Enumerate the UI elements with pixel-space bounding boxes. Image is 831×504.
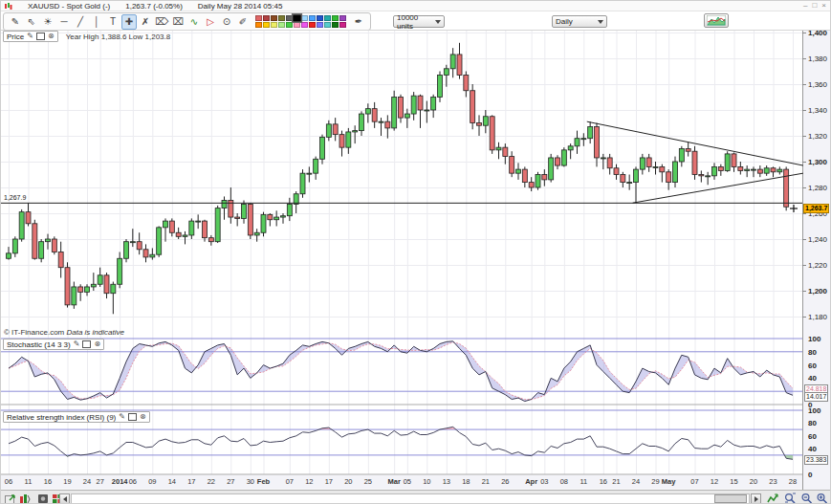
chart-canvas[interactable]	[1, 1, 831, 504]
y-axis-label: 1,340	[808, 106, 827, 115]
x-axis-label: 07	[686, 477, 705, 486]
rsi-panel-header: Relative strength index (RSI) (9) ✎ ⊗	[3, 411, 150, 423]
x-axis-label: 13	[437, 477, 456, 486]
x-axis-label: 19	[58, 477, 77, 486]
y-axis-label: 1,300	[808, 158, 827, 166]
rsi-axis-label: 60	[808, 432, 817, 441]
stochastic-label: Stochastic (14 3 3)	[7, 340, 71, 349]
x-axis-label: 08	[555, 477, 574, 486]
x-axis-label: 14	[163, 477, 182, 486]
y-axis-label: 1,360	[808, 80, 827, 89]
x-axis-label: 11	[574, 477, 593, 486]
copyright-text: © IT-Finance.com	[4, 328, 66, 337]
x-axis-label: 22	[202, 477, 221, 486]
x-axis-label: 27	[221, 477, 240, 486]
stochastic-k-badge: 14.017	[804, 392, 828, 402]
x-axis-label: 12	[299, 477, 318, 486]
rsi-label: Relative strength index (RSI) (9)	[7, 413, 116, 422]
x-axis-label: 17	[182, 477, 201, 486]
rsi-axis-label: 40	[808, 445, 817, 453]
price-panel-label: Price	[7, 33, 24, 41]
x-axis-label: 28	[783, 477, 802, 486]
price-panel-title-box: Price ✎ ⊗	[3, 31, 58, 42]
x-axis-label: 23	[764, 477, 783, 486]
x-axis-label: 06	[0, 477, 18, 486]
price-line-label: 1,267.9	[4, 194, 26, 201]
price-panel-header: Price ✎ ⊗ Year High 1,388.6 Low 1,203.8	[3, 31, 170, 42]
close-panel-icon[interactable]: ⊗	[48, 33, 55, 40]
y-axis-label: 1,180	[808, 313, 827, 321]
edit-icon[interactable]: ✎	[119, 413, 125, 421]
rsi-axis-label: 100	[808, 406, 820, 415]
x-axis-label: 11	[19, 477, 38, 486]
rsi-axis-label: 80	[808, 419, 817, 427]
x-axis-label: 06	[123, 477, 142, 486]
y-axis-label: 1,240	[808, 235, 827, 244]
edit-icon[interactable]: ✎	[74, 340, 80, 348]
close-panel-icon[interactable]: ⊗	[94, 340, 100, 348]
y-axis-label: 1,320	[808, 132, 827, 141]
y-axis-label: 1,220	[808, 261, 827, 270]
x-axis-label: 27	[91, 477, 110, 486]
x-axis-label: 21	[607, 477, 626, 486]
x-axis-label: 17	[319, 477, 339, 486]
rsi-badge: 23.383	[804, 455, 828, 465]
x-axis-label: 05	[398, 477, 417, 486]
last-price-badge: 1,263.7	[803, 204, 829, 213]
x-axis-label: 07	[280, 477, 299, 486]
x-axis-label: 20	[339, 477, 358, 486]
x-axis-label: 24	[626, 477, 645, 486]
x-axis-label: 15	[725, 477, 744, 486]
x-axis-label: 03	[535, 477, 554, 486]
detach-window-icon[interactable]	[82, 340, 91, 348]
y-axis-label: 1,200	[808, 287, 827, 296]
y-axis-label: 1,400	[808, 29, 827, 37]
x-axis-label: 21	[476, 477, 495, 486]
y-axis-label: 1,380	[808, 55, 827, 63]
y-axis-label: 1,280	[808, 184, 827, 192]
copyright-note: © IT-Finance.com Data is indicative	[4, 328, 124, 337]
x-axis-label: 20	[744, 477, 763, 486]
stochastic-axis-label: 100	[808, 335, 820, 343]
chart-window: XAUUSD - Spot Gold (-) 1,263.7 (-0.05%) …	[0, 0, 831, 504]
stochastic-axis-label: 40	[808, 374, 817, 383]
x-axis-label: 12	[705, 477, 724, 486]
x-axis-label: 26	[495, 477, 514, 486]
x-axis-label: 25	[359, 477, 378, 486]
x-axis-label: 16	[38, 477, 57, 486]
close-panel-icon[interactable]: ⊗	[140, 413, 146, 421]
stochastic-axis-label: 80	[808, 348, 817, 357]
edit-icon[interactable]: ✎	[27, 33, 33, 40]
x-axis-label: Feb	[254, 477, 273, 486]
year-high-low: Year High 1,388.6 Low 1,203.8	[66, 33, 171, 41]
x-axis-label: May	[659, 477, 678, 486]
detach-window-icon[interactable]	[128, 413, 137, 421]
x-axis-label: 10	[417, 477, 436, 486]
stochastic-panel-header: Stochastic (14 3 3) ✎ ⊗	[3, 339, 104, 350]
detach-window-icon[interactable]	[36, 33, 45, 40]
indicative-text: Data is indicative	[66, 328, 123, 337]
x-axis-label: 09	[142, 477, 162, 486]
stochastic-axis-label: 60	[808, 362, 817, 370]
rsi-axis-label: 0	[808, 471, 812, 479]
x-axis-label: 18	[456, 477, 475, 486]
